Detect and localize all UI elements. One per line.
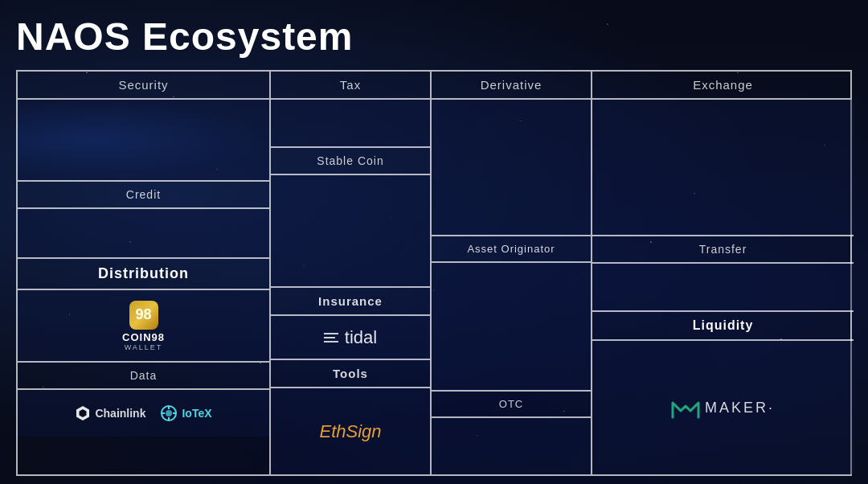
otc-label: OTC	[432, 392, 591, 418]
derivative-mid-image	[432, 263, 591, 392]
ethsign-section: EthSign	[271, 388, 430, 474]
main-content: NAOS Ecosystem Security Tax Derivative E…	[0, 0, 868, 484]
tax-column: Stable Coin Insurance tidal Tools	[271, 100, 432, 474]
security-column: Credit Distribution 98 COIN98 WALLET Dat…	[18, 100, 271, 474]
header-tax: Tax	[271, 72, 432, 98]
asset-originator-label: Asset Originator	[432, 236, 591, 263]
maker-logo: MAKER·	[671, 395, 775, 420]
maker-text: MAKER·	[705, 400, 775, 416]
chainlink-icon	[75, 405, 91, 421]
coin98-logo: 98 COIN98 WALLET	[122, 301, 165, 351]
coin98-name: COIN98	[122, 331, 165, 343]
coin98-sub: WALLET	[125, 343, 163, 351]
tax-top-image	[271, 100, 430, 148]
body-grid: Credit Distribution 98 COIN98 WALLET Dat…	[18, 100, 850, 474]
data-label: Data	[18, 363, 269, 390]
header-security: Security	[18, 72, 271, 98]
coin98-section: 98 COIN98 WALLET	[18, 290, 269, 363]
tax-mid-image	[271, 175, 430, 288]
distribution-label: Distribution	[18, 257, 269, 290]
liquidity-label: Liquidity	[592, 312, 854, 341]
exchange-mid-image	[592, 264, 854, 312]
tidal-line-2	[324, 337, 335, 338]
exchange-top-image	[592, 100, 854, 236]
security-top-image	[18, 100, 269, 180]
ethsign-label: EthSign	[319, 421, 381, 442]
coin98-icon: 98	[129, 301, 158, 330]
ecosystem-grid: Security Tax Derivative Exchange Credit …	[16, 70, 852, 476]
derivative-bottom-image	[432, 418, 591, 474]
exchange-column: Transfer Liquidity MAKER·	[592, 100, 854, 474]
tidal-section: tidal	[271, 316, 430, 360]
chainlink-logo: Chainlink	[75, 405, 145, 421]
maker-icon	[671, 395, 700, 420]
stablecoin-label: Stable Coin	[271, 148, 430, 175]
tidal-line-3	[324, 341, 338, 342]
header-derivative: Derivative	[432, 72, 592, 98]
maker-section: MAKER·	[592, 341, 854, 474]
header-row: Security Tax Derivative Exchange	[18, 72, 850, 100]
transfer-label: Transfer	[592, 236, 854, 264]
tools-label: Tools	[271, 360, 430, 388]
svg-point-3	[166, 410, 172, 416]
insurance-label: Insurance	[271, 288, 430, 316]
tidal-logo: tidal	[324, 327, 377, 348]
iotex-logo: IoTeX	[160, 404, 211, 422]
header-exchange: Exchange	[592, 72, 854, 98]
tidal-lines-icon	[324, 333, 338, 342]
security-mid-image	[18, 209, 269, 257]
iotex-icon	[160, 404, 178, 422]
data-logos: Chainlink IoTeX	[18, 390, 269, 437]
page-title: NAOS Ecosystem	[16, 14, 852, 59]
tidal-line-1	[324, 333, 338, 334]
derivative-top-image	[432, 100, 591, 236]
credit-label: Credit	[18, 180, 269, 209]
derivative-column: Asset Originator OTC	[432, 100, 592, 474]
